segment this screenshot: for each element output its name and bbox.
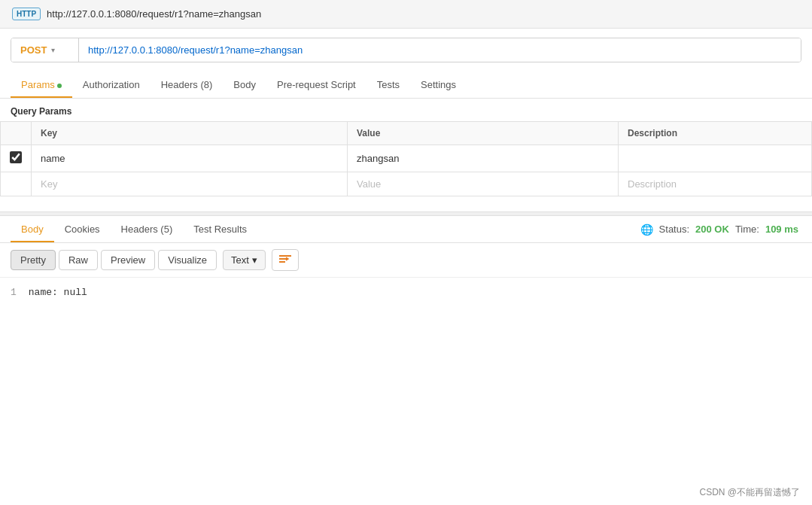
response-tab-cookies[interactable]: Cookies xyxy=(54,216,111,242)
method-select[interactable]: POST ▾ xyxy=(11,38,79,62)
col-key: Key xyxy=(32,122,348,145)
response-body: 1name: null xyxy=(0,278,812,307)
response-tabs-bar: Body Cookies Headers (5) Test Results 🌐 … xyxy=(0,216,812,243)
table-row: name zhangsan xyxy=(1,145,812,172)
row-key[interactable]: name xyxy=(32,145,348,172)
table-empty-row: Key Value Description xyxy=(1,172,812,196)
view-raw-button[interactable]: Raw xyxy=(59,250,98,270)
col-description: Description xyxy=(619,122,812,145)
status-label: Status: xyxy=(659,224,689,235)
response-tab-body[interactable]: Body xyxy=(11,216,54,242)
empty-key[interactable]: Key xyxy=(32,172,348,196)
empty-value[interactable]: Value xyxy=(348,172,619,196)
wrap-icon xyxy=(278,254,292,264)
format-select[interactable]: Text ▾ xyxy=(223,250,266,270)
response-tab-test-results[interactable]: Test Results xyxy=(183,216,257,242)
format-label: Text xyxy=(231,254,249,266)
response-tab-headers[interactable]: Headers (5) xyxy=(111,216,184,242)
title-bar: HTTP http://127.0.0.1:8080/request/r1?na… xyxy=(0,0,812,29)
tab-body[interactable]: Body xyxy=(223,71,266,98)
col-checkbox xyxy=(1,122,32,145)
col-value: Value xyxy=(348,122,619,145)
status-bar: 🌐 Status: 200 OK Time: 109 ms xyxy=(640,224,801,236)
view-visualize-button[interactable]: Visualize xyxy=(158,250,217,270)
tab-params[interactable]: Params xyxy=(11,71,72,98)
line-number: 1 xyxy=(11,287,17,298)
row-description[interactable] xyxy=(619,145,812,172)
url-input[interactable] xyxy=(79,38,801,62)
tabs-bar: Params Authorization Headers (8) Body Pr… xyxy=(0,71,812,99)
query-params-table: Key Value Description name zhangsan Key … xyxy=(0,121,812,196)
http-badge: HTTP xyxy=(12,8,41,20)
method-label: POST xyxy=(20,44,47,56)
status-value: 200 OK xyxy=(695,224,729,235)
globe-icon: 🌐 xyxy=(640,224,653,236)
title-url: http://127.0.0.1:8080/request/r1?name=zh… xyxy=(47,8,261,20)
response-line-content: name: null xyxy=(29,287,87,298)
tab-tests[interactable]: Tests xyxy=(366,71,410,98)
time-label: Time: xyxy=(735,224,759,235)
query-params-title: Query Params xyxy=(0,99,812,121)
row-checkbox-cell[interactable] xyxy=(1,145,32,172)
tab-headers[interactable]: Headers (8) xyxy=(151,71,224,98)
view-preview-button[interactable]: Preview xyxy=(101,250,155,270)
request-bar: POST ▾ xyxy=(11,38,801,62)
tab-authorization[interactable]: Authorization xyxy=(72,71,151,98)
tab-settings[interactable]: Settings xyxy=(410,71,467,98)
row-value[interactable]: zhangsan xyxy=(348,145,619,172)
row-checkbox[interactable] xyxy=(10,151,22,163)
params-dot xyxy=(57,84,62,88)
time-value: 109 ms xyxy=(765,224,798,235)
view-pretty-button[interactable]: Pretty xyxy=(11,250,56,270)
format-chevron-icon: ▾ xyxy=(252,254,257,266)
empty-description[interactable]: Description xyxy=(619,172,812,196)
tab-prerequest[interactable]: Pre-request Script xyxy=(266,71,366,98)
response-toolbar: Pretty Raw Preview Visualize Text ▾ xyxy=(0,243,812,278)
wrap-lines-button[interactable] xyxy=(272,249,299,271)
chevron-down-icon: ▾ xyxy=(51,46,55,54)
